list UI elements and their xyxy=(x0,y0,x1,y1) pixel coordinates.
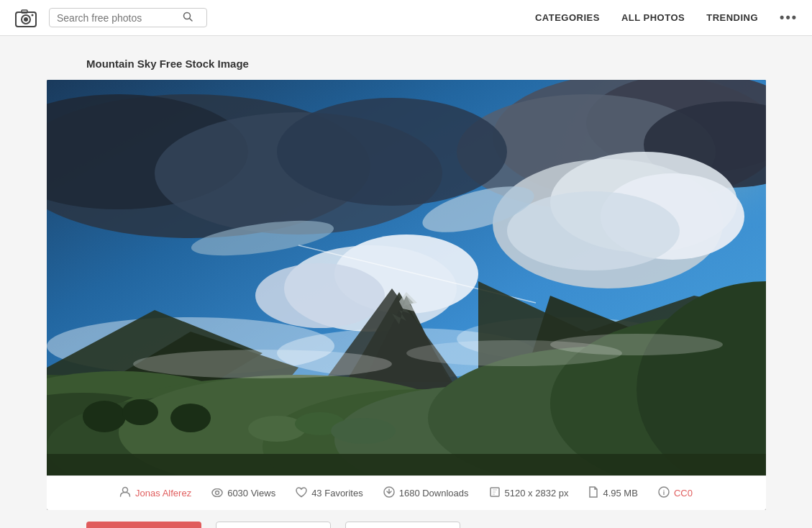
secondary-button[interactable] xyxy=(216,522,331,528)
camera-icon xyxy=(14,6,37,29)
svg-point-5 xyxy=(32,14,34,16)
header: CATEGORIES ALL PHOTOS TRENDING ••• xyxy=(0,0,812,36)
nav-all-photos[interactable]: ALL PHOTOS xyxy=(621,12,685,23)
svg-rect-49 xyxy=(47,454,766,475)
search-icon xyxy=(183,12,193,22)
filesize-text: 4.95 MB xyxy=(603,488,637,499)
file-icon xyxy=(588,486,598,500)
third-button[interactable] xyxy=(345,522,460,528)
mountain-image xyxy=(47,80,766,475)
license-item: i CC0 xyxy=(658,486,693,500)
views-count: 6030 Views xyxy=(227,488,275,499)
svg-point-17 xyxy=(507,191,680,270)
meta-bar: Jonas Alferez 6030 Views xyxy=(47,475,766,510)
svg-line-7 xyxy=(190,19,193,22)
info-icon: i xyxy=(658,486,670,500)
svg-point-50 xyxy=(83,401,126,432)
favorites-count: 43 Favorites xyxy=(311,488,363,499)
download-icon xyxy=(383,486,395,500)
svg-point-58 xyxy=(133,350,392,378)
views-item: 6030 Views xyxy=(211,487,275,499)
svg-point-61 xyxy=(123,488,128,493)
dimensions-text: 5120 x 2832 px xyxy=(505,488,569,499)
svg-point-51 xyxy=(122,399,158,425)
main-nav: CATEGORIES ALL PHOTOS TRENDING ••• xyxy=(535,10,798,25)
main-content: Mountain Sky Free Stock Image xyxy=(0,36,812,528)
svg-point-52 xyxy=(170,404,211,432)
svg-point-21 xyxy=(277,98,507,206)
eye-icon xyxy=(211,487,223,499)
heart-icon xyxy=(296,487,307,500)
svg-text:i: i xyxy=(663,489,665,496)
svg-point-63 xyxy=(216,491,219,495)
favorites-item: 43 Favorites xyxy=(296,487,363,500)
search-box[interactable] xyxy=(49,8,207,27)
download-button[interactable]: Download xyxy=(86,522,201,528)
image-container: Jonas Alferez 6030 Views xyxy=(47,80,766,510)
svg-point-55 xyxy=(331,418,396,444)
downloads-item: 1680 Downloads xyxy=(383,486,469,500)
search-input[interactable] xyxy=(57,12,183,24)
svg-point-62 xyxy=(212,489,222,497)
license-link[interactable]: CC0 xyxy=(674,488,693,499)
filesize-item: 4.95 MB xyxy=(588,486,637,500)
bottom-buttons: Download xyxy=(86,522,460,528)
page-title: Mountain Sky Free Stock Image xyxy=(86,58,249,70)
logo[interactable] xyxy=(14,6,37,29)
nav-categories[interactable]: CATEGORIES xyxy=(535,12,600,23)
downloads-count: 1680 Downloads xyxy=(399,488,469,499)
search-button[interactable] xyxy=(183,12,193,24)
nav-trending[interactable]: TRENDING xyxy=(706,12,758,23)
author-item: Jonas Alferez xyxy=(119,486,191,500)
resize-icon xyxy=(489,486,501,500)
dimensions-item: 5120 x 2832 px xyxy=(489,486,569,500)
svg-point-60 xyxy=(550,334,723,355)
nav-more[interactable]: ••• xyxy=(780,10,798,25)
user-icon xyxy=(119,486,131,500)
author-link[interactable]: Jonas Alferez xyxy=(135,488,191,499)
svg-point-3 xyxy=(24,17,28,22)
svg-point-24 xyxy=(255,263,385,328)
